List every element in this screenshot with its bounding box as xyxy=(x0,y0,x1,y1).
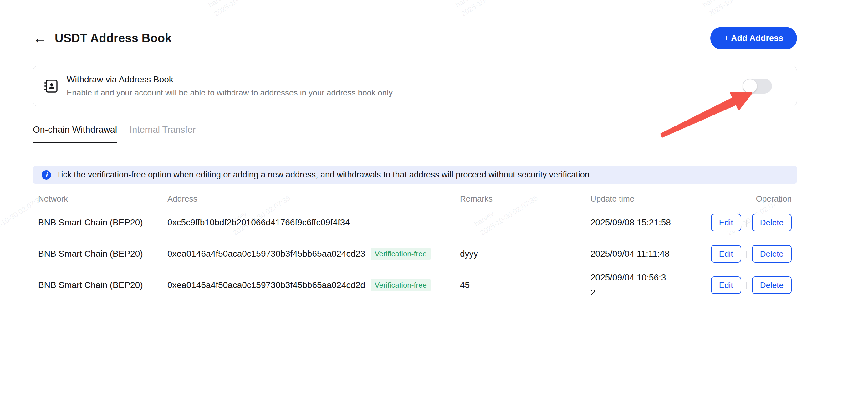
edit-button[interactable]: Edit xyxy=(711,276,741,294)
delete-button[interactable]: Delete xyxy=(752,214,792,231)
table-row: BNB Smart Chain (BEP20) 0xea0146a4f50aca… xyxy=(33,270,797,301)
verification-free-badge: Verification-free xyxy=(371,248,431,260)
delete-button[interactable]: Delete xyxy=(752,245,792,263)
page-root: { "page": { "title": "USDT Address Book"… xyxy=(0,0,868,395)
cell-update-time: 2025/09/04 11:11:48 xyxy=(590,246,685,261)
table-header: Network Address Remarks Update time Oper… xyxy=(33,191,797,207)
notice-banner: i Tick the verification-free option when… xyxy=(33,166,797,184)
address-table: Network Address Remarks Update time Oper… xyxy=(33,191,797,301)
address-text: 0xea0146a4f50aca0c159730b3f45bb65aa024cd… xyxy=(167,249,365,259)
back-arrow-icon[interactable]: ← xyxy=(33,31,47,45)
page-title: USDT Address Book xyxy=(55,32,172,45)
edit-button[interactable]: Edit xyxy=(711,245,741,263)
withdraw-card-description: Enable it and your account will be able … xyxy=(67,88,743,98)
cell-operation: Edit | Delete xyxy=(685,276,797,294)
cell-network: BNB Smart Chain (BEP20) xyxy=(33,280,167,290)
action-divider: | xyxy=(746,281,747,290)
withdraw-card: Withdraw via Address Book Enable it and … xyxy=(33,66,797,107)
page-header: ← USDT Address Book + Add Address xyxy=(33,27,797,50)
withdraw-via-address-book-toggle[interactable] xyxy=(743,79,772,94)
cell-remarks: 45 xyxy=(460,280,590,290)
cell-address: 0xea0146a4f50aca0c159730b3f45bb65aa024cd… xyxy=(167,279,460,292)
table-row: BNB Smart Chain (BEP20) 0xc5c9ffb10bdf2b… xyxy=(33,207,797,238)
column-header-network: Network xyxy=(33,194,167,204)
cell-address: 0xc5c9ffb10bdf2b201066d41766f9c6ffc09f4f… xyxy=(167,217,460,227)
add-address-button[interactable]: + Add Address xyxy=(710,27,797,50)
withdraw-card-title: Withdraw via Address Book xyxy=(67,74,743,85)
cell-update-time: 2025/09/04 10:56:32 xyxy=(590,270,685,300)
address-text: 0xc5c9ffb10bdf2b201066d41766f9c6ffc09f4f… xyxy=(167,217,350,227)
tab-internal-transfer[interactable]: Internal Transfer xyxy=(129,125,195,143)
column-header-operation: Operation xyxy=(685,194,797,204)
edit-button[interactable]: Edit xyxy=(711,214,741,231)
column-header-address: Address xyxy=(167,194,460,204)
cell-network: BNB Smart Chain (BEP20) xyxy=(33,217,167,227)
notice-text: Tick the verification-free option when e… xyxy=(56,170,592,180)
cell-remarks: dyyy xyxy=(460,249,590,259)
column-header-update-time: Update time xyxy=(590,194,685,204)
table-body: BNB Smart Chain (BEP20) 0xc5c9ffb10bdf2b… xyxy=(33,207,797,301)
toggle-knob xyxy=(743,79,757,93)
title-wrap: ← USDT Address Book xyxy=(33,31,172,45)
cell-network: BNB Smart Chain (BEP20) xyxy=(33,249,167,259)
verification-free-badge: Verification-free xyxy=(371,279,431,292)
table-row: BNB Smart Chain (BEP20) 0xea0146a4f50aca… xyxy=(33,238,797,270)
column-header-remarks: Remarks xyxy=(460,194,590,204)
cell-operation: Edit | Delete xyxy=(685,245,797,263)
info-icon: i xyxy=(42,170,51,180)
cell-update-time: 2025/09/08 15:21:58 xyxy=(590,215,685,230)
action-divider: | xyxy=(746,218,747,227)
address-book-icon xyxy=(44,79,59,94)
address-book-page: ← USDT Address Book + Add Address Withdr… xyxy=(33,0,797,301)
tabs-bar: On-chain Withdrawal Internal Transfer xyxy=(33,125,797,143)
cell-address: 0xea0146a4f50aca0c159730b3f45bb65aa024cd… xyxy=(167,248,460,260)
action-divider: | xyxy=(746,249,747,258)
cell-operation: Edit | Delete xyxy=(685,214,797,231)
withdraw-card-text: Withdraw via Address Book Enable it and … xyxy=(67,74,743,98)
tab-onchain-withdrawal[interactable]: On-chain Withdrawal xyxy=(33,125,117,143)
watermark-tile: harvey2025-10-30 02:07:35 xyxy=(0,0,27,19)
delete-button[interactable]: Delete xyxy=(752,276,792,294)
address-text: 0xea0146a4f50aca0c159730b3f45bb65aa024cd… xyxy=(167,280,365,290)
